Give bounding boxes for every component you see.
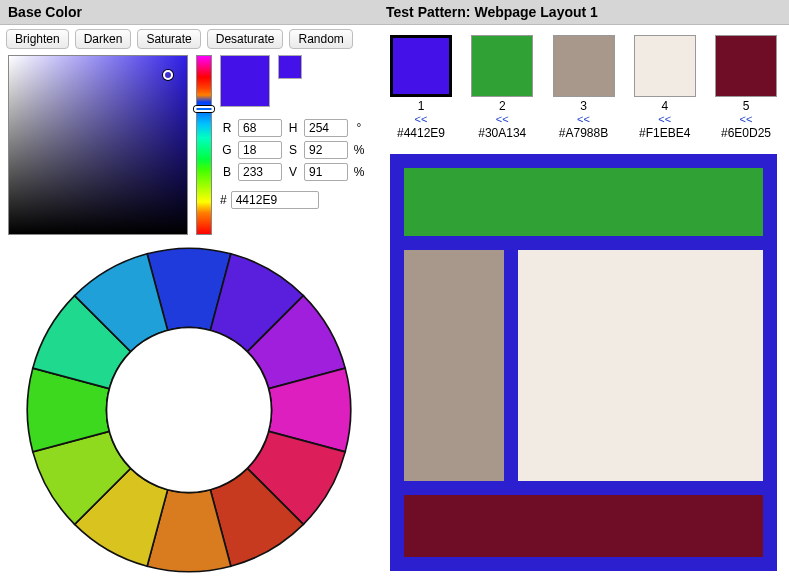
swatch-box[interactable] bbox=[634, 35, 696, 97]
layout-mid-row bbox=[404, 250, 763, 481]
swatch-number: 5 bbox=[743, 99, 750, 113]
hue-cursor-icon bbox=[194, 106, 214, 112]
layout-main-block bbox=[518, 250, 763, 481]
color-wheel-wrap bbox=[0, 237, 378, 583]
layout-footer-block bbox=[404, 495, 763, 557]
preview-and-values: R H ° G S % B V % # bbox=[220, 55, 366, 209]
swatch-box[interactable] bbox=[553, 35, 615, 97]
swatch-prev-icon[interactable]: << bbox=[658, 113, 671, 125]
r-input[interactable] bbox=[238, 119, 282, 137]
swatch-row: 1<<#4412E92<<#30A1343<<#A7988B4<<#F1EBE4… bbox=[378, 25, 789, 144]
r-label: R bbox=[220, 121, 234, 135]
hex-label: # bbox=[220, 193, 227, 207]
v-label: V bbox=[286, 165, 300, 179]
swatch-prev-icon[interactable]: << bbox=[577, 113, 590, 125]
swatch[interactable]: 1<<#4412E9 bbox=[390, 35, 452, 140]
swatch[interactable]: 5<<#6E0D25 bbox=[715, 35, 777, 140]
base-color-title: Base Color bbox=[0, 0, 378, 25]
swatch[interactable]: 4<<#F1EBE4 bbox=[634, 35, 696, 140]
swatch-number: 1 bbox=[418, 99, 425, 113]
swatch-prev-icon[interactable]: << bbox=[740, 113, 753, 125]
test-pattern-title: Test Pattern: Webpage Layout 1 bbox=[378, 0, 789, 25]
swatch-prev-icon[interactable]: << bbox=[496, 113, 509, 125]
swatch[interactable]: 3<<#A7988B bbox=[553, 35, 615, 140]
test-pattern-panel: Test Pattern: Webpage Layout 1 1<<#4412E… bbox=[378, 0, 789, 583]
layout-preview bbox=[390, 154, 777, 571]
base-color-toolbar: Brighten Darken Saturate Desaturate Rand… bbox=[0, 25, 378, 53]
swatch-prev-icon[interactable]: << bbox=[415, 113, 428, 125]
swatch-hex: #30A134 bbox=[478, 126, 526, 140]
s-label: S bbox=[286, 143, 300, 157]
darken-button[interactable]: Darken bbox=[75, 29, 132, 49]
swatch-hex: #F1EBE4 bbox=[639, 126, 690, 140]
saturation-value-picker[interactable] bbox=[8, 55, 188, 235]
hue-slider[interactable] bbox=[196, 55, 212, 235]
g-label: G bbox=[220, 143, 234, 157]
sv-cursor-icon bbox=[163, 70, 173, 80]
v-input[interactable] bbox=[304, 163, 348, 181]
h-input[interactable] bbox=[304, 119, 348, 137]
swatch-box[interactable] bbox=[390, 35, 452, 97]
swatch-number: 4 bbox=[661, 99, 668, 113]
picker-row: R H ° G S % B V % # bbox=[0, 53, 378, 237]
s-input[interactable] bbox=[304, 141, 348, 159]
brighten-button[interactable]: Brighten bbox=[6, 29, 69, 49]
h-label: H bbox=[286, 121, 300, 135]
v-unit: % bbox=[352, 165, 366, 179]
swatch[interactable]: 2<<#30A134 bbox=[471, 35, 533, 140]
swatch-hex: #A7988B bbox=[559, 126, 608, 140]
color-wheel[interactable] bbox=[24, 245, 354, 575]
layout-header-block bbox=[404, 168, 763, 236]
color-preview-small bbox=[278, 55, 302, 79]
swatch-hex: #6E0D25 bbox=[721, 126, 771, 140]
svg-point-0 bbox=[107, 328, 272, 493]
random-button[interactable]: Random bbox=[289, 29, 352, 49]
swatch-box[interactable] bbox=[471, 35, 533, 97]
desaturate-button[interactable]: Desaturate bbox=[207, 29, 284, 49]
b-label: B bbox=[220, 165, 234, 179]
swatch-number: 3 bbox=[580, 99, 587, 113]
swatch-box[interactable] bbox=[715, 35, 777, 97]
s-unit: % bbox=[352, 143, 366, 157]
saturate-button[interactable]: Saturate bbox=[137, 29, 200, 49]
swatch-number: 2 bbox=[499, 99, 506, 113]
color-preview-large bbox=[220, 55, 270, 107]
h-unit: ° bbox=[352, 121, 366, 135]
base-color-panel: Base Color Brighten Darken Saturate Desa… bbox=[0, 0, 378, 583]
b-input[interactable] bbox=[238, 163, 282, 181]
swatch-hex: #4412E9 bbox=[397, 126, 445, 140]
hex-input[interactable] bbox=[231, 191, 319, 209]
g-input[interactable] bbox=[238, 141, 282, 159]
layout-sidebar-block bbox=[404, 250, 504, 481]
